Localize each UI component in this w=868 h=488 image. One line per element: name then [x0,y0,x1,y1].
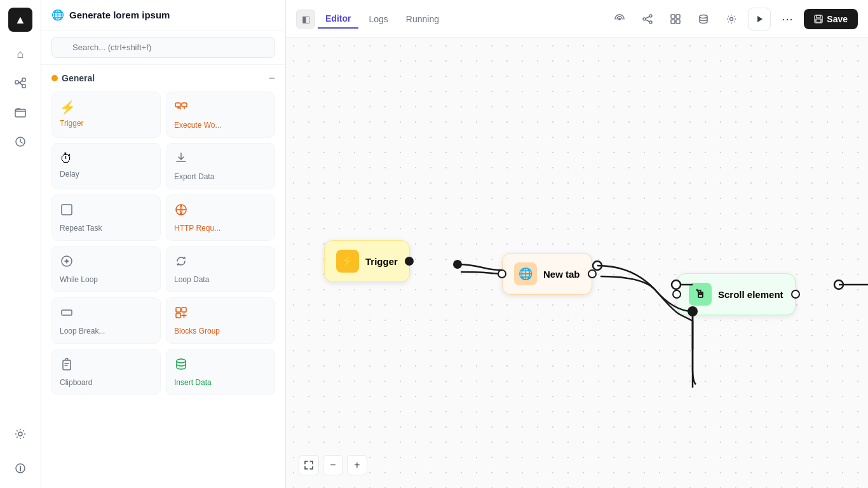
svg-rect-27 [676,20,680,24]
nav-settings[interactable] [8,422,32,446]
svg-point-21 [649,15,652,17]
svg-rect-8 [175,103,180,107]
nav-folder[interactable] [8,100,32,125]
block-repeat-task[interactable]: Repeat Task [51,194,161,241]
svg-point-22 [643,18,646,20]
panel-sidebar: 🌐 Generate lorem ipsum General − ⚡ [41,0,286,488]
svg-rect-0 [15,81,18,84]
zoom-in-icon: + [354,459,360,471]
section-dot [51,75,58,81]
canvas[interactable]: ⚡ Trigger 🌐 New tab 🖱 Scroll element [286,38,868,488]
block-clipboard-label: Clipboard [60,378,153,387]
node-newtab[interactable]: 🌐 New tab [502,253,592,295]
section-collapse-btn[interactable]: − [268,72,275,84]
block-loop-break-label: Loop Break... [60,327,153,336]
block-delay[interactable]: ⏱ Delay [51,143,161,189]
block-execute-workflow[interactable]: Execute Wo... [166,92,275,138]
panel-content: General − ⚡ Trigger Exec [41,65,285,488]
globe-icon: 🌐 [51,9,64,21]
block-while-loop-label: While Loop [60,275,153,284]
svg-rect-10 [62,205,72,215]
broadcast-btn[interactable] [608,8,631,30]
nav-info[interactable] [8,456,32,480]
zoom-controls: − + [299,455,367,475]
tab-editor[interactable]: Editor [318,10,358,29]
share-btn[interactable] [636,8,659,30]
node-scroll-element[interactable]: 🖱 Scroll element [677,273,796,315]
svg-rect-2 [22,85,25,88]
block-export-data-label: Export Data [174,172,267,181]
database-btn[interactable] [692,8,715,30]
block-blocks-group-label: Blocks Group [174,327,267,336]
trigger-node-icon: ⚡ [336,250,359,273]
trigger-node-label: Trigger [365,256,398,267]
loop-data-icon [174,254,267,271]
block-insert-data-label: Insert Data [174,378,267,387]
svg-point-13 [65,260,68,262]
block-execute-workflow-label: Execute Wo... [174,121,267,130]
export-data-icon [174,151,267,168]
svg-point-33 [453,260,462,269]
save-label: Save [827,14,848,24]
zoom-out-btn[interactable]: − [323,455,343,475]
svg-point-19 [177,359,186,363]
svg-rect-1 [22,78,25,81]
section-header: General − [51,72,275,84]
block-clipboard[interactable]: Clipboard [51,349,161,395]
tab-logs[interactable]: Logs [361,10,395,28]
grid-btn[interactable] [664,8,687,30]
trigger-out-dot[interactable] [405,257,414,266]
more-options-btn[interactable]: ⋯ [776,8,799,30]
tab-running[interactable]: Running [398,10,447,28]
nav-home[interactable]: ⌂ [8,42,32,66]
panel-title: Generate lorem ipsum [69,10,170,20]
clipboard-icon [60,357,153,374]
scroll-node-label: Scroll element [718,289,783,300]
block-loop-break[interactable]: Loop Break... [51,297,161,344]
svg-rect-16 [182,308,186,312]
block-http-request-label: HTTP Requ... [174,224,267,233]
play-btn[interactable] [748,8,771,30]
section-title: General [62,73,95,83]
block-http-request[interactable]: HTTP Requ... [166,194,275,241]
newtab-node-label: New tab [543,269,580,280]
toolbar-right: ⋯ Save [608,8,858,30]
block-export-data[interactable]: Export Data [166,143,275,189]
insert-data-icon [174,357,267,374]
node-trigger[interactable]: ⚡ Trigger [324,240,410,282]
block-blocks-group[interactable]: Blocks Group [166,297,275,344]
block-insert-data[interactable]: Insert Data [166,349,275,395]
panel-header: 🌐 Generate lorem ipsum [41,0,285,30]
sidebar-toggle-btn[interactable]: ◧ [296,10,315,29]
svg-point-38 [834,280,843,289]
block-loop-data-label: Loop Data [174,275,267,284]
zoom-in-btn[interactable]: + [347,455,367,475]
block-trigger[interactable]: ⚡ Trigger [51,92,161,138]
block-repeat-task-label: Repeat Task [60,224,153,233]
delay-icon: ⏱ [60,151,153,166]
block-loop-data[interactable]: Loop Data [166,246,275,292]
http-request-icon [174,203,267,220]
repeat-task-icon [60,203,153,220]
settings-cog-btn[interactable] [720,8,743,30]
trigger-icon: ⚡ [60,100,153,115]
scroll-out-dot [791,290,800,299]
search-bar [41,30,285,65]
svg-rect-24 [671,15,675,18]
save-btn[interactable]: Save [804,9,858,29]
search-input[interactable] [51,37,275,58]
newtab-node-icon: 🌐 [514,262,537,285]
svg-rect-32 [816,19,821,22]
blocks-grid: ⚡ Trigger Execute Wo... ⏱ Delay [51,92,275,395]
app-logo[interactable]: ▲ [8,8,32,32]
toolbar-left: ◧ Editor Logs Running [296,10,447,29]
expand-btn[interactable] [299,455,319,475]
block-while-loop[interactable]: While Loop [51,246,161,292]
nav-history[interactable] [8,130,32,154]
svg-rect-31 [817,15,820,18]
svg-point-20 [618,18,621,20]
svg-rect-25 [676,15,680,18]
nav-workflow[interactable] [8,71,32,95]
main-area: ◧ Editor Logs Running [286,0,868,488]
block-trigger-label: Trigger [60,119,153,128]
